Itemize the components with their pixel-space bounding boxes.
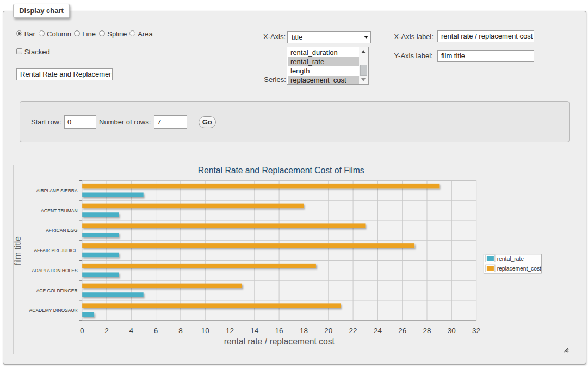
svg-text:12: 12 <box>226 327 234 335</box>
svg-text:rental_rate: rental_rate <box>497 256 524 262</box>
svg-text:AGENT TRUMAN: AGENT TRUMAN <box>41 208 78 214</box>
svg-text:rental rate / replacement cost: rental rate / replacement cost <box>224 337 335 346</box>
svg-text:18: 18 <box>300 327 308 335</box>
svg-text:26: 26 <box>398 327 406 335</box>
svg-text:ADAPTATION HOLES: ADAPTATION HOLES <box>32 268 78 273</box>
svg-text:10: 10 <box>201 327 209 335</box>
svg-text:8: 8 <box>178 327 183 335</box>
svg-text:16: 16 <box>275 327 283 335</box>
svg-text:ACADEMY DINOSAUR: ACADEMY DINOSAUR <box>29 308 78 313</box>
svg-text:ACE GOLDFINGER: ACE GOLDFINGER <box>36 288 78 293</box>
svg-text:replacement_cost: replacement_cost <box>497 266 541 272</box>
svg-text:Rental Rate and Replacement Co: Rental Rate and Replacement Cost of Film… <box>198 166 364 175</box>
svg-text:20: 20 <box>324 327 332 335</box>
svg-text:24: 24 <box>374 327 382 335</box>
svg-text:22: 22 <box>349 327 357 335</box>
svg-text:AIRPLANE SIERRA: AIRPLANE SIERRA <box>36 188 78 193</box>
svg-text:14: 14 <box>250 327 259 335</box>
svg-text:film title: film title <box>14 236 22 265</box>
svg-text:6: 6 <box>154 327 158 335</box>
svg-text:0: 0 <box>80 327 84 335</box>
svg-text:30: 30 <box>448 327 456 335</box>
svg-text:AFRICAN EGG: AFRICAN EGG <box>46 228 78 233</box>
svg-text:28: 28 <box>423 327 431 335</box>
svg-text:AFFAIR PREJUDICE: AFFAIR PREJUDICE <box>34 248 78 253</box>
svg-text:32: 32 <box>472 327 480 335</box>
svg-text:4: 4 <box>129 327 134 335</box>
svg-text:2: 2 <box>104 327 109 335</box>
